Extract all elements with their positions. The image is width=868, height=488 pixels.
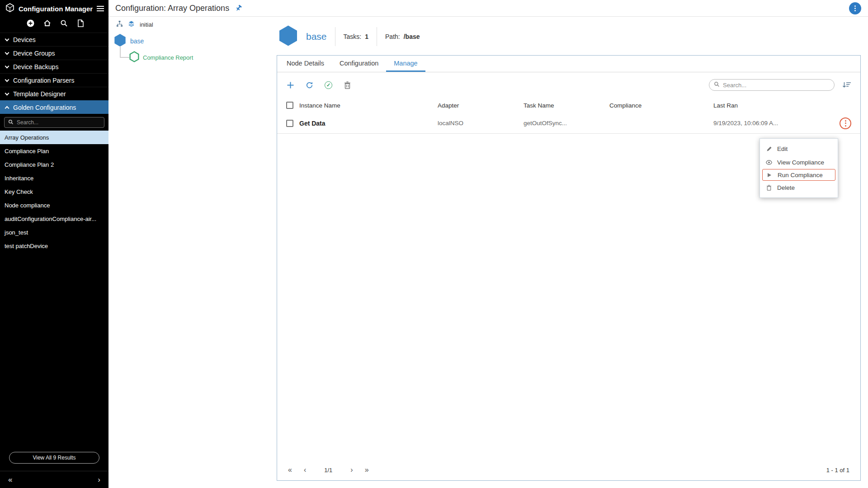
sidebar-item-compliance-plan[interactable]: Compliance Plan (0, 144, 108, 158)
chevron-down-icon (5, 37, 9, 41)
home-icon[interactable] (43, 19, 51, 27)
table-search (709, 79, 835, 91)
table-search-input[interactable] (723, 82, 830, 89)
sidebar-section-configuration-parsers[interactable]: Configuration Parsers (0, 73, 108, 87)
pin-icon[interactable] (235, 5, 242, 12)
path-value: /base (404, 33, 420, 40)
result-range-label: 1 - 1 of 1 (826, 467, 849, 474)
item-label: Node compliance (5, 202, 50, 209)
sidebar-section-devices[interactable]: Devices (0, 33, 108, 46)
next-page-button[interactable]: › (350, 466, 353, 474)
row-adapter: localNSO (438, 120, 524, 127)
sidebar-search-input[interactable] (17, 119, 100, 126)
document-icon[interactable] (76, 19, 85, 27)
collapse-sidebar-icon[interactable]: « (8, 475, 12, 484)
hierarchy-icon[interactable] (116, 20, 123, 28)
sidebar-section-template-designer[interactable]: Template Designer (0, 87, 108, 100)
check-circle-icon[interactable]: ✓ (324, 81, 333, 89)
sidebar-item-inheritance[interactable]: Inheritance (0, 171, 108, 185)
tab-node-details[interactable]: Node Details (279, 56, 332, 72)
play-icon (766, 173, 773, 178)
divider (335, 27, 335, 46)
app-title: Configuration Manager (19, 5, 93, 13)
item-label: auditConfigurationCompliance-air... (5, 216, 96, 222)
sidebar-item-array-operations[interactable]: Array Operations (0, 131, 108, 144)
item-label: test patchDevice (5, 243, 48, 249)
pencil-icon (766, 146, 772, 152)
col-task-name: Task Name (524, 102, 609, 109)
first-page-button[interactable]: « (288, 466, 292, 474)
sidebar-item-json-test[interactable]: json_test (0, 225, 108, 239)
node-name: base (306, 31, 327, 42)
section-label: Template Designer (13, 90, 66, 98)
chevron-down-icon (5, 64, 9, 68)
table-header-row: Instance Name Adapter Task Name Complian… (277, 98, 860, 113)
divider (377, 27, 377, 46)
item-label: Compliance Plan 2 (5, 161, 54, 168)
col-instance-name: Instance Name (299, 102, 340, 109)
section-label: Configuration Parsers (13, 77, 74, 84)
item-label: Array Operations (5, 134, 49, 141)
hexagon-node-icon (278, 25, 298, 48)
select-all-checkbox[interactable] (286, 102, 293, 109)
tree-root-label: initial (140, 21, 153, 28)
table-row: Get Data localNSO getOutOfSync... 9/19/2… (277, 113, 860, 134)
menu-item-edit[interactable]: Edit (760, 142, 838, 155)
previous-page-button[interactable]: ‹ (304, 466, 306, 474)
section-label: Device Backups (13, 63, 58, 70)
col-compliance: Compliance (609, 102, 713, 109)
search-icon (8, 118, 14, 127)
row-task-name: getOutOfSync... (524, 120, 609, 127)
item-label: Key Check (5, 188, 33, 195)
tab-configuration[interactable]: Configuration (332, 56, 386, 72)
node-header: base Tasks: 1 Path: /base (278, 24, 420, 49)
tasks-label: Tasks: (344, 33, 362, 40)
row-actions-menu-button[interactable] (840, 117, 851, 129)
chevron-up-icon (5, 106, 9, 110)
tasks-info: Tasks: 1 (344, 33, 368, 40)
eye-icon (766, 160, 772, 165)
view-all-results-button[interactable]: View All 9 Results (9, 452, 99, 464)
chevron-down-icon (5, 50, 9, 55)
col-adapter: Adapter (438, 102, 524, 109)
row-checkbox[interactable] (286, 120, 293, 127)
menu-item-label: Delete (777, 184, 795, 191)
sidebar-section-device-groups[interactable]: Device Groups (0, 46, 108, 60)
sidebar-footer: « › (0, 471, 108, 488)
menu-item-view-compliance[interactable]: View Compliance (760, 155, 838, 169)
sidebar-item-node-compliance[interactable]: Node compliance (0, 198, 108, 212)
topbar: Configuration: Array Operations (108, 0, 868, 17)
page-title: Configuration: Array Operations (115, 4, 229, 13)
section-label: Devices (13, 36, 36, 43)
menu-item-label: View Compliance (777, 159, 824, 166)
section-label: Golden Configurations (13, 104, 76, 111)
col-last-ran: Last Ran (713, 102, 833, 109)
expand-sidebar-icon[interactable]: › (98, 475, 100, 484)
item-label: Inheritance (5, 175, 33, 182)
layers-icon[interactable] (128, 20, 135, 28)
sidebar-item-test-patchdevice[interactable]: test patchDevice (0, 239, 108, 253)
sort-icon[interactable] (842, 82, 851, 89)
sidebar-item-compliance-plan-2[interactable]: Compliance Plan 2 (0, 158, 108, 171)
tree-node-compliance-report[interactable]: Compliance Report (129, 51, 193, 64)
hamburger-menu-icon[interactable] (97, 6, 104, 11)
menu-item-run-compliance[interactable]: Run Compliance (762, 169, 835, 181)
sidebar-header: Configuration Manager (0, 0, 108, 17)
help-menu-button[interactable] (849, 2, 861, 14)
add-circle-icon[interactable] (26, 19, 34, 27)
add-icon[interactable] (286, 81, 295, 89)
sidebar-item-audit-configuration-compliance[interactable]: auditConfigurationCompliance-air... (0, 212, 108, 225)
refresh-icon[interactable] (305, 81, 314, 89)
tab-manage[interactable]: Manage (386, 56, 425, 72)
trash-icon[interactable] (343, 81, 352, 89)
toolbar-icons: ✓ (286, 81, 352, 89)
chevron-down-icon (5, 91, 9, 95)
menu-item-delete[interactable]: Delete (760, 181, 838, 194)
sidebar-search (4, 117, 104, 128)
sidebar-item-key-check[interactable]: Key Check (0, 185, 108, 198)
sidebar-section-device-backups[interactable]: Device Backups (0, 60, 108, 73)
sidebar-quick-icons (0, 17, 108, 33)
sidebar-section-golden-configurations[interactable]: Golden Configurations (0, 100, 108, 114)
last-page-button[interactable]: » (365, 466, 369, 474)
search-icon[interactable] (60, 19, 68, 27)
